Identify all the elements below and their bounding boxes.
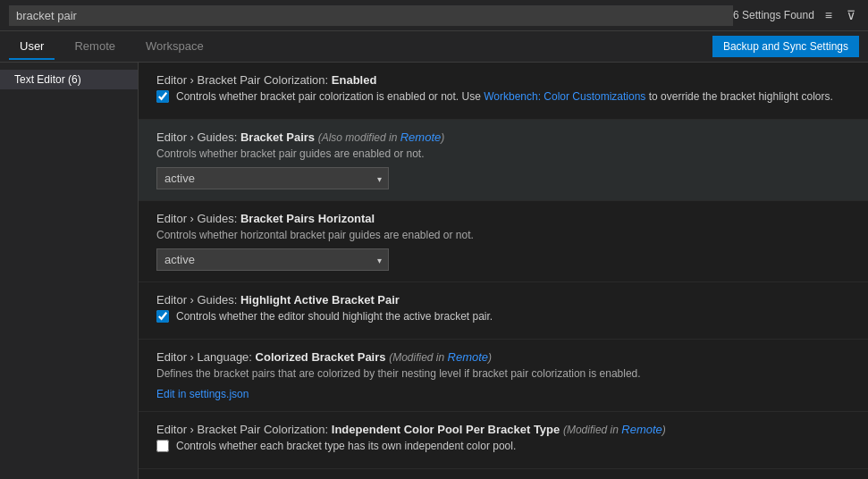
setting-independent-color-pool: Editor › Bracket Pair Colorization: Inde… (139, 412, 868, 469)
list-filter-icon: ≡ (825, 8, 832, 22)
setting-highlight-active-bracket: Editor › Guides: Highlight Active Bracke… (139, 282, 868, 340)
results-count: 6 Settings Found (733, 9, 814, 21)
top-bar: 6 Settings Found ≡ ⊽ (0, 0, 868, 31)
checkbox-row-1: Controls whether bracket pair colorizati… (156, 90, 850, 103)
color-customizations-link[interactable]: Workbench: Color Customizations (484, 90, 645, 103)
tab-workspace[interactable]: Workspace (135, 34, 215, 60)
setting-desc-3: Controls whether horizontal bracket pair… (156, 229, 850, 241)
setting-desc-2: Controls whether bracket pair guides are… (156, 147, 850, 160)
tab-bar: User Remote Workspace Backup and Sync Se… (0, 31, 868, 63)
bracket-colorization-checkbox[interactable] (156, 90, 169, 103)
checkbox-label-1: Controls whether bracket pair colorizati… (176, 90, 833, 103)
dropdown-wrapper-2: active true false ▾ (156, 248, 389, 271)
bracket-pairs-horizontal-dropdown[interactable]: active true false (156, 248, 389, 271)
edit-settings-json-link[interactable]: Edit in settings.json (156, 388, 249, 400)
checkbox-label-4: Controls whether the editor should highl… (176, 310, 493, 323)
setting-title-2: Editor › Guides: Bracket Pairs (Also mod… (156, 130, 850, 144)
bracket-pairs-dropdown[interactable]: active true false (156, 167, 389, 189)
setting-title-5: Editor › Language: Colorized Bracket Pai… (156, 350, 850, 364)
tab-remote[interactable]: Remote (63, 34, 126, 60)
funnel-icon: ⊽ (847, 8, 855, 22)
checkbox-row-4: Controls whether the editor should highl… (156, 310, 850, 323)
remote-link-5[interactable]: Remote (448, 350, 489, 364)
independent-color-pool-checkbox[interactable] (156, 440, 169, 452)
sidebar-item-text-editor[interactable]: Text Editor (6) (0, 70, 138, 89)
setting-colorized-bracket-pairs: Editor › Language: Colorized Bracket Pai… (139, 340, 868, 412)
remote-link-6[interactable]: Remote (621, 423, 662, 436)
checkbox-label-6: Controls whether each bracket type has i… (176, 440, 516, 452)
filter-icon-btn[interactable]: ≡ (822, 6, 836, 24)
search-results-area: 6 Settings Found ≡ ⊽ (733, 6, 859, 24)
search-input[interactable] (9, 5, 733, 26)
dropdown-wrapper-1: active true false ▾ (156, 167, 389, 189)
setting-desc-5: Defines the bracket pairs that are color… (156, 367, 850, 380)
setting-bracket-colorization: Editor › Bracket Pair Colorization: Enab… (139, 63, 868, 120)
setting-title-4: Editor › Guides: Highlight Active Bracke… (156, 293, 850, 307)
funnel-icon-btn[interactable]: ⊽ (843, 6, 859, 24)
checkbox-row-6: Controls whether each bracket type has i… (156, 440, 850, 452)
setting-title-1: Editor › Bracket Pair Colorization: Enab… (156, 73, 850, 87)
tab-user[interactable]: User (9, 34, 55, 60)
setting-guides-bracket-pairs-horizontal: Editor › Guides: Bracket Pairs Horizonta… (139, 201, 868, 282)
backup-sync-button[interactable]: Backup and Sync Settings (712, 36, 859, 57)
setting-guides-bracket-pairs: ⚙ Editor › Guides: Bracket Pairs (Also m… (139, 120, 868, 201)
sidebar: Text Editor (6) (0, 63, 139, 479)
setting-title-3: Editor › Guides: Bracket Pairs Horizonta… (156, 212, 850, 225)
highlight-active-checkbox[interactable] (156, 310, 169, 323)
setting-title-6: Editor › Bracket Pair Colorization: Inde… (156, 423, 850, 436)
settings-area: Editor › Bracket Pair Colorization: Enab… (139, 63, 868, 479)
main-content: Text Editor (6) Editor › Bracket Pair Co… (0, 63, 868, 479)
remote-link-2[interactable]: Remote (400, 130, 442, 144)
